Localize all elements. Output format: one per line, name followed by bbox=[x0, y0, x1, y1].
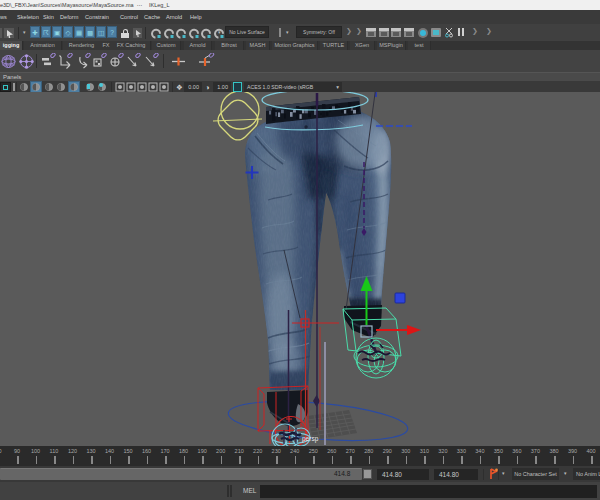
svg-text:persp: persp bbox=[302, 435, 319, 443]
